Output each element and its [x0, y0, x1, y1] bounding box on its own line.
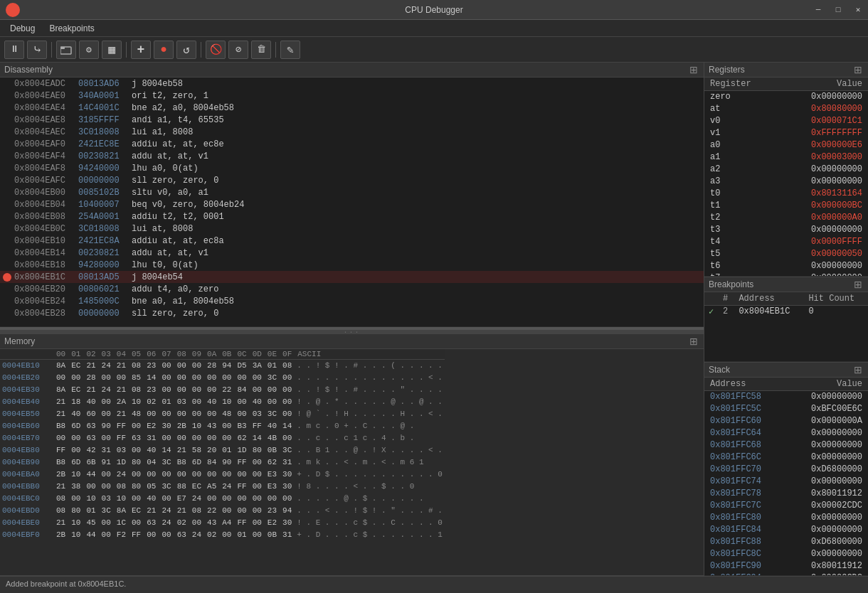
mem-cell[interactable]: 00	[204, 408, 219, 420]
mem-cell[interactable]: 3C	[265, 408, 280, 420]
mem-cell[interactable]: 44	[83, 529, 98, 541]
mem-cell[interactable]: 24	[99, 384, 114, 396]
mem-cell[interactable]: FF	[53, 444, 68, 456]
mem-cell[interactable]: 10	[68, 517, 83, 529]
stack-row[interactable]: 0x801FFC880xD6800000	[704, 535, 868, 547]
memory-content[interactable]: 000102030405060708090A0B0C0D0E0FASCII 00…	[0, 349, 704, 575]
mem-cell[interactable]: 00	[234, 469, 249, 481]
mem-cell[interactable]: EC	[68, 384, 83, 396]
mem-cell[interactable]: 14	[280, 420, 295, 432]
mem-cell[interactable]: 60	[83, 408, 98, 420]
memory-row[interactable]: 0004EBB0213800000880053C88ECA524FF00E330…	[0, 481, 445, 493]
mem-cell[interactable]: 00	[68, 432, 83, 444]
mem-cell[interactable]: 40	[83, 396, 98, 408]
mem-cell[interactable]: 43	[204, 420, 219, 432]
mem-cell[interactable]: 31	[280, 456, 295, 469]
memory-row[interactable]: 0004EBF02B104400F2FF00006324020001000B31…	[0, 529, 445, 541]
stack-row[interactable]: 0x801FFC780x80011912	[704, 487, 868, 499]
mem-cell[interactable]: 24	[159, 505, 174, 517]
mem-cell[interactable]: 00	[68, 372, 83, 384]
mem-cell[interactable]: 00	[219, 505, 234, 517]
mem-cell[interactable]: 00	[204, 493, 219, 505]
dis-row[interactable]: 0x8004EB0C3C018008lui at, 8008	[0, 223, 704, 235]
mem-cell[interactable]: 00	[204, 384, 219, 396]
pause-button[interactable]: ⏸	[4, 41, 24, 59]
mem-cell[interactable]: 63	[83, 432, 98, 444]
mem-cell[interactable]: E7	[174, 493, 189, 505]
mem-cell[interactable]: 00	[234, 505, 249, 517]
bp-clear-button[interactable]: 🚫	[206, 41, 226, 59]
reg-row[interactable]: t40x0000FFFF	[704, 236, 868, 248]
mem-cell[interactable]: 21	[53, 517, 68, 529]
mem-cell[interactable]: 6D	[68, 420, 83, 432]
mem-cell[interactable]: 00	[174, 384, 189, 396]
mem-cell[interactable]: 40	[68, 408, 83, 420]
dis-row[interactable]: 0x8004EAE414C4001Cbne a2, a0, 8004eb58	[0, 102, 704, 114]
mem-cell[interactable]: 00	[159, 493, 174, 505]
reg-row[interactable]: at0x80080000	[704, 103, 868, 115]
dis-row[interactable]: 0x8004EB08254A0001addiu t2, t2, 0001	[0, 210, 704, 223]
mem-cell[interactable]: FF	[234, 517, 249, 529]
mem-cell[interactable]: 00	[219, 432, 234, 444]
mem-cell[interactable]: 00	[189, 360, 204, 372]
mem-cell[interactable]: FF	[234, 481, 249, 493]
edit-button[interactable]: ✎	[280, 41, 300, 59]
mem-cell[interactable]: 1D	[114, 456, 129, 469]
mem-cell[interactable]: 00	[250, 456, 265, 469]
stack-row[interactable]: 0x801FFC800x00000000	[704, 511, 868, 523]
mem-cell[interactable]: B8	[53, 456, 68, 469]
mem-cell[interactable]: 48	[129, 408, 144, 420]
mem-cell[interactable]: 00	[174, 469, 189, 481]
mem-cell[interactable]: 00	[159, 384, 174, 396]
mem-cell[interactable]: 10	[83, 493, 98, 505]
mem-cell[interactable]: 00	[204, 432, 219, 444]
menu-debug[interactable]: Debug	[3, 22, 42, 35]
mem-cell[interactable]: 8A	[53, 384, 68, 396]
mem-cell[interactable]: 00	[189, 517, 204, 529]
mem-cell[interactable]: 00	[129, 469, 144, 481]
stack-row[interactable]: 0x801FFC6C0x00000000	[704, 451, 868, 463]
mem-cell[interactable]: 00	[99, 372, 114, 384]
mem-cell[interactable]: 00	[189, 408, 204, 420]
breakpoints-expand-icon[interactable]: ⊞	[852, 279, 864, 290]
mem-cell[interactable]: 00	[53, 372, 68, 384]
mem-cell[interactable]: 80	[129, 481, 144, 493]
mem-cell[interactable]: 00	[99, 529, 114, 541]
dis-row[interactable]: 0x8004EB1C08013AD5j 8004eb54	[0, 271, 704, 283]
mem-cell[interactable]: 3C	[159, 481, 174, 493]
mem-cell[interactable]: 63	[174, 529, 189, 541]
mem-cell[interactable]: 94	[219, 360, 234, 372]
mem-cell[interactable]: 24	[189, 493, 204, 505]
mem-cell[interactable]: B8	[174, 456, 189, 469]
memory-row[interactable]: 0004EB80FF00423103004014215820011D800B3C…	[0, 444, 445, 456]
mem-cell[interactable]: 01	[265, 360, 280, 372]
mem-cell[interactable]: 84	[204, 456, 219, 469]
mem-cell[interactable]: 3C	[99, 505, 114, 517]
mem-cell[interactable]: 1C	[114, 517, 129, 529]
mem-cell[interactable]: 30	[280, 469, 295, 481]
mem-cell[interactable]: 14	[250, 432, 265, 444]
reg-row[interactable]: t30x00000000	[704, 224, 868, 236]
mem-cell[interactable]: 01	[219, 444, 234, 456]
mem-cell[interactable]: 14	[144, 372, 159, 384]
mem-cell[interactable]: 01	[83, 505, 98, 517]
mem-cell[interactable]: 2A	[114, 396, 129, 408]
mem-cell[interactable]: 2B	[174, 420, 189, 432]
mem-cell[interactable]: 63	[83, 420, 98, 432]
dis-row[interactable]: 0x8004EAEC3C018008lui a1, 8008	[0, 126, 704, 138]
stack-row[interactable]: 0x801FFC8C0x00000000	[704, 547, 868, 560]
mem-cell[interactable]: 21	[53, 408, 68, 420]
mem-cell[interactable]: E2	[265, 517, 280, 529]
mem-cell[interactable]: 30	[280, 517, 295, 529]
mem-cell[interactable]: 00	[189, 432, 204, 444]
mem-cell[interactable]: 00	[280, 372, 295, 384]
mem-cell[interactable]: 08	[189, 505, 204, 517]
reg-row[interactable]: a10x00003000	[704, 151, 868, 164]
stack-expand-icon[interactable]: ⊞	[852, 364, 864, 375]
mem-cell[interactable]: 21	[174, 505, 189, 517]
mem-cell[interactable]: 00	[144, 408, 159, 420]
mem-cell[interactable]: 40	[144, 444, 159, 456]
mem-cell[interactable]: EC	[189, 481, 204, 493]
mem-cell[interactable]: 85	[129, 372, 144, 384]
mem-cell[interactable]: 00	[219, 469, 234, 481]
